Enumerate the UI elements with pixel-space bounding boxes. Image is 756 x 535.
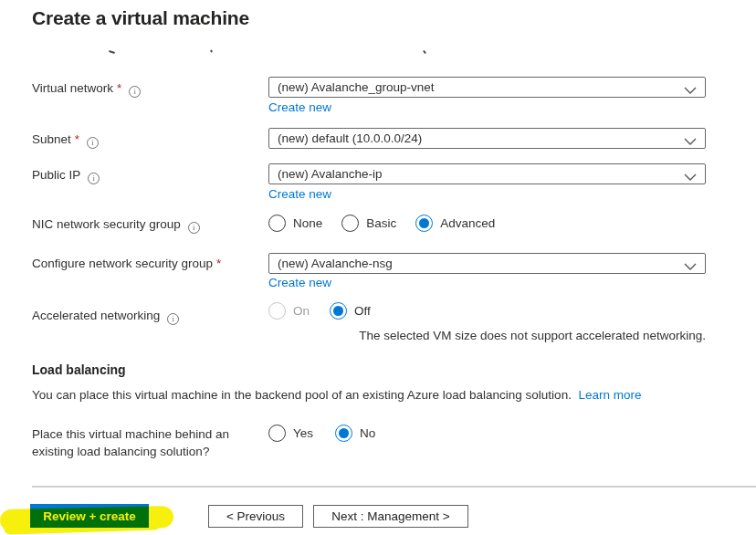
- load-balancing-heading: Load balancing: [32, 362, 126, 377]
- configure-nsg-label: Configure network security group*: [32, 257, 221, 270]
- accelerated-networking-radio-group: On Off: [268, 302, 371, 320]
- info-icon[interactable]: i: [88, 173, 100, 184]
- radio-circle-icon[interactable]: [341, 215, 359, 232]
- chevron-down-icon: [684, 171, 697, 184]
- radio-circle-icon[interactable]: [268, 425, 286, 442]
- configure-nsg-dropdown[interactable]: (new) Avalanche-nsg: [268, 253, 706, 274]
- load-balancer-radio-group: Yes No: [268, 425, 375, 442]
- radio-advanced[interactable]: Advanced: [415, 215, 495, 232]
- configure-nsg-create-new-link[interactable]: Create new: [268, 276, 331, 289]
- load-balancer-question-label: Place this virtual machine behind an exi…: [32, 425, 229, 460]
- accelerated-networking-label: Accelerated networkingi: [32, 309, 179, 325]
- radio-yes[interactable]: Yes: [268, 425, 313, 442]
- chevron-down-icon: [684, 84, 697, 98]
- learn-more-link[interactable]: Learn more: [578, 388, 641, 402]
- required-asterisk: *: [117, 81, 121, 95]
- virtual-network-dropdown[interactable]: (new) Avalanche_group-vnet: [268, 77, 706, 98]
- radio-selected-icon[interactable]: [415, 215, 433, 232]
- review-create-button[interactable]: Review + create: [30, 504, 149, 528]
- required-asterisk: *: [216, 257, 221, 270]
- info-icon[interactable]: i: [188, 222, 200, 234]
- info-icon[interactable]: i: [129, 86, 141, 98]
- radio-circle-icon[interactable]: [268, 215, 286, 232]
- nic-nsg-radio-group: None Basic Advanced: [268, 215, 495, 232]
- radio-disabled-icon: [268, 302, 286, 320]
- radio-on-disabled: On: [268, 302, 310, 320]
- previous-button[interactable]: < Previous: [208, 505, 303, 528]
- footer-divider: [32, 486, 756, 488]
- subnet-label: Subnet*i: [32, 132, 99, 149]
- nic-nsg-label: NIC network security groupi: [32, 217, 200, 234]
- radio-basic[interactable]: Basic: [341, 215, 396, 232]
- chevron-down-icon: [684, 260, 697, 274]
- virtual-network-label: Virtual network*i: [32, 81, 141, 98]
- public-ip-create-new-link[interactable]: Create new: [268, 187, 331, 201]
- radio-none[interactable]: None: [268, 215, 322, 232]
- accelerated-networking-note: The selected VM size does not support ac…: [268, 329, 706, 342]
- chevron-down-icon: [684, 135, 697, 149]
- info-icon[interactable]: i: [87, 137, 99, 149]
- public-ip-label: Public IPi: [32, 168, 100, 184]
- subnet-dropdown[interactable]: (new) default (10.0.0.0/24): [268, 128, 706, 149]
- radio-selected-icon[interactable]: [335, 425, 352, 442]
- virtual-network-create-new-link[interactable]: Create new: [268, 100, 331, 114]
- load-balancing-description: You can place this virtual machine in th…: [32, 388, 726, 402]
- radio-no[interactable]: No: [335, 425, 375, 442]
- page-title: Create a virtual machine: [32, 7, 249, 29]
- radio-off[interactable]: Off: [330, 302, 371, 320]
- required-asterisk: *: [75, 132, 79, 146]
- radio-selected-icon[interactable]: [330, 302, 347, 320]
- next-management-button[interactable]: Next : Management >: [313, 505, 468, 528]
- info-icon[interactable]: i: [167, 313, 179, 325]
- public-ip-dropdown[interactable]: (new) Avalanche-ip: [268, 163, 706, 184]
